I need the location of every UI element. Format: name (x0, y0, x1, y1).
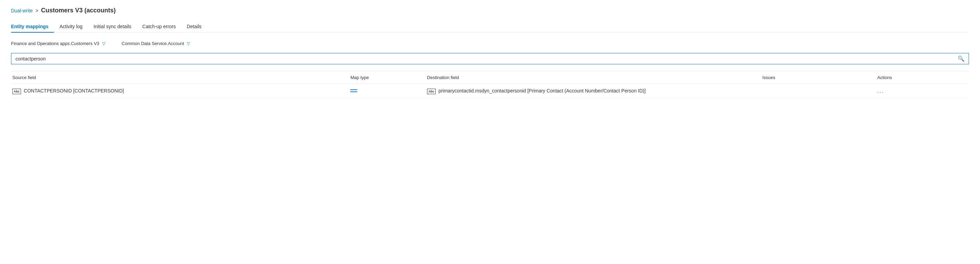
source-field-cell: Abc CONTACTPERSONID [CONTACTPERSONID] (13, 88, 342, 94)
right-filter: Common Data Service.Account ▽ (122, 41, 190, 46)
tab-activity-log[interactable]: Activity log (54, 21, 88, 33)
breadcrumb-parent[interactable]: Dual-write (11, 8, 33, 13)
right-filter-icon[interactable]: ▽ (187, 41, 190, 46)
breadcrumb: Dual-write > Customers V3 (accounts) (11, 7, 969, 14)
map-line-2 (350, 92, 357, 92)
page-container: Dual-write > Customers V3 (accounts) Ent… (0, 0, 980, 106)
filter-row: Finance and Operations apps.Customers V3… (11, 41, 969, 46)
col-header-destination: Destination field (423, 71, 758, 84)
tabs-bar: Entity mappings Activity log Initial syn… (11, 21, 969, 33)
right-filter-label: Common Data Service.Account (122, 41, 184, 46)
breadcrumb-separator: > (35, 8, 38, 13)
entity-mappings-table: Source field Map type Destination field … (11, 71, 969, 99)
left-filter-icon[interactable]: ▽ (102, 41, 105, 46)
table-header: Source field Map type Destination field … (11, 71, 969, 84)
actions-cell: ... (873, 84, 969, 99)
left-filter: Finance and Operations apps.Customers V3… (11, 41, 105, 46)
destination-abc-icon: Abc (427, 89, 436, 94)
tab-entity-mappings[interactable]: Entity mappings (11, 21, 54, 33)
left-filter-label: Finance and Operations apps.Customers V3 (11, 41, 99, 46)
source-abc-icon: Abc (13, 89, 21, 94)
maptype-cell (346, 84, 423, 99)
actions-menu-button[interactable]: ... (877, 88, 884, 94)
map-type-icon (350, 89, 419, 92)
tab-initial-sync-details[interactable]: Initial sync details (88, 21, 137, 33)
col-header-source: Source field (11, 71, 346, 84)
search-container: 🔍 (11, 53, 969, 64)
tab-catch-up-errors[interactable]: Catch-up errors (137, 21, 181, 33)
breadcrumb-current: Customers V3 (accounts) (41, 7, 116, 14)
table-row: Abc CONTACTPERSONID [CONTACTPERSONID] Ab… (11, 84, 969, 99)
destination-cell: Abc primarycontactid.msdyn_contactperson… (423, 84, 758, 99)
source-cell: Abc CONTACTPERSONID [CONTACTPERSONID] (11, 84, 346, 99)
search-icon[interactable]: 🔍 (958, 55, 964, 62)
col-header-maptype: Map type (346, 71, 423, 84)
destination-field-text: primarycontactid.msdyn_contactpersonid [… (438, 88, 646, 93)
col-header-actions: Actions (873, 71, 969, 84)
source-field-text: CONTACTPERSONID [CONTACTPERSONID] (24, 88, 124, 93)
col-header-issues: Issues (759, 71, 873, 84)
map-line-1 (350, 89, 357, 90)
issues-cell (759, 84, 873, 99)
destination-field-cell: Abc primarycontactid.msdyn_contactperson… (427, 88, 754, 94)
table-body: Abc CONTACTPERSONID [CONTACTPERSONID] Ab… (11, 84, 969, 99)
tab-details[interactable]: Details (181, 21, 207, 33)
search-input[interactable] (16, 56, 958, 62)
